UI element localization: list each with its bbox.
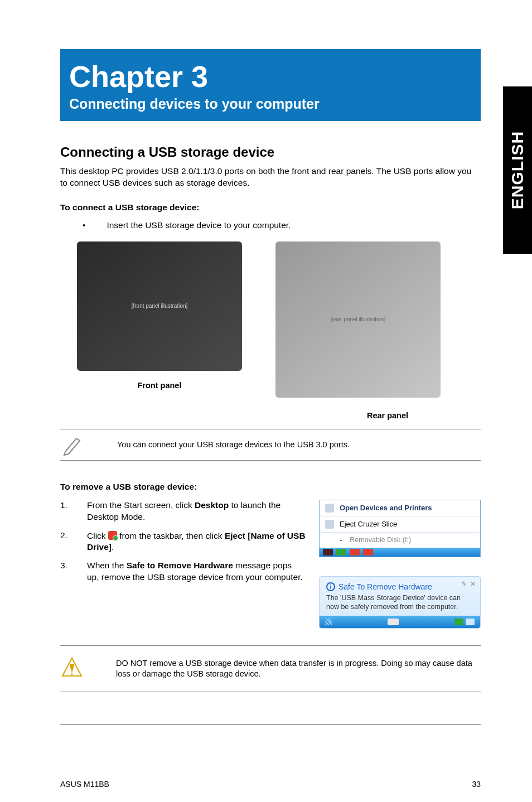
taskbar-strip xyxy=(320,548,480,557)
balloon-bottombar xyxy=(320,616,480,628)
removable-disk-label: Removable Disk (I:) xyxy=(347,536,411,544)
remove-steps: 1. From the Start screen, click Desktop … xyxy=(60,500,306,629)
step-number: 1. xyxy=(60,500,74,523)
rear-panel-image: [rear panel illustration] xyxy=(275,241,441,398)
pencil-icon xyxy=(60,433,85,456)
step-text: When the Safe to Remove Hardware message… xyxy=(87,560,306,583)
chapter-banner: Chapter 3 Connecting devices to your com… xyxy=(60,49,481,121)
footer-model: ASUS M11BB xyxy=(60,780,109,802)
eject-device-row[interactable]: Eject Cruzer Slice xyxy=(320,516,480,533)
grip-icon xyxy=(325,619,332,625)
balloon-title: Safe To Remove Hardware xyxy=(338,582,432,591)
section-heading: Connecting a USB storage device xyxy=(60,144,481,160)
tray-icon xyxy=(466,619,475,625)
step-1: 1. From the Start screen, click Desktop … xyxy=(60,500,306,523)
warning-callout: DO NOT remove a USB storage device when … xyxy=(60,645,481,692)
drive-icon xyxy=(325,520,334,529)
step-2: 2. Click from the taskbar, then click Ej… xyxy=(60,530,306,554)
remove-heading: To remove a USB storage device: xyxy=(60,482,481,492)
balloon-message: The 'USB Mass Storage Device' device can… xyxy=(326,593,473,612)
open-devices-row[interactable]: Open Devices and Printers xyxy=(320,500,480,516)
step-text: From the Start screen, click Desktop to … xyxy=(87,500,306,523)
chapter-title: Chapter 3 xyxy=(69,59,470,94)
connect-heading: To connect a USB storage device: xyxy=(60,202,481,212)
rear-panel-caption: Rear panel xyxy=(294,411,481,420)
warning-text: DO NOT remove a USB storage device when … xyxy=(116,651,481,686)
close-icon[interactable]: ✕ xyxy=(470,580,476,588)
eject-device-label: Eject Cruzer Slice xyxy=(340,520,397,528)
front-panel-caption: Front panel xyxy=(77,381,242,390)
info-icon: i xyxy=(326,582,335,591)
tray-icon xyxy=(454,619,463,625)
balloon-title-row: i Safe To Remove Hardware xyxy=(326,582,473,591)
safe-remove-balloon: ✎ ✕ i Safe To Remove Hardware The 'USB M… xyxy=(319,576,481,629)
footer-page-number: 33 xyxy=(472,780,481,802)
connect-bullet-text: Insert the USB storage device to your co… xyxy=(107,220,291,230)
bullet-dot: • xyxy=(83,220,85,230)
page-footer: ASUS M11BB 33 xyxy=(0,757,532,802)
step-text: Click from the taskbar, then click Eject… xyxy=(87,530,306,554)
tool-icon[interactable]: ✎ xyxy=(461,580,467,588)
note-text: You can connect your USB storage devices… xyxy=(117,433,481,457)
eject-menu-popup: Open Devices and Printers Eject Cruzer S… xyxy=(319,500,481,557)
step-3: 3. When the Safe to Remove Hardware mess… xyxy=(60,560,306,583)
front-panel-image: [front panel illustration] xyxy=(77,241,242,371)
connect-bullet: • Insert the USB storage device to your … xyxy=(83,220,481,230)
warning-icon xyxy=(60,656,84,682)
step-number: 2. xyxy=(60,530,74,554)
step-number: 3. xyxy=(60,560,74,583)
keyboard-icon xyxy=(388,619,399,625)
section-intro: This desktop PC provides USB 2.0/1.1/3.0… xyxy=(60,166,481,189)
devices-icon xyxy=(325,504,334,513)
panel-images: [front panel illustration] Front panel [… xyxy=(77,241,481,398)
safely-remove-icon xyxy=(108,531,117,540)
removable-disk-row[interactable]: - Removable Disk (I:) xyxy=(320,533,480,548)
note-callout: You can connect your USB storage devices… xyxy=(60,429,481,461)
open-devices-label: Open Devices and Printers xyxy=(340,504,432,512)
chapter-subtitle: Connecting devices to your computer xyxy=(69,96,470,112)
